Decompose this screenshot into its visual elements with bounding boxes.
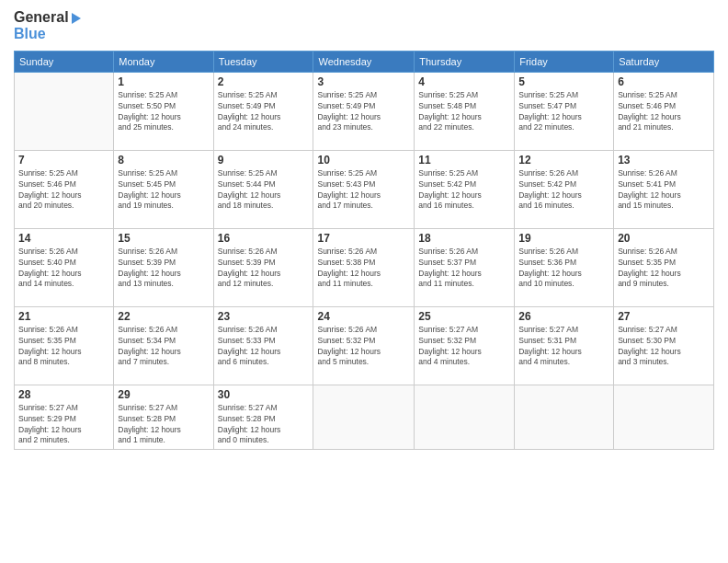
day-info: Sunrise: 5:27 AM Sunset: 5:28 PM Dayligh… (218, 403, 310, 447)
calendar-week-5: 28Sunrise: 5:27 AM Sunset: 5:29 PM Dayli… (15, 385, 714, 450)
day-number: 29 (118, 388, 209, 401)
day-info: Sunrise: 5:25 AM Sunset: 5:49 PM Dayligh… (317, 90, 410, 134)
day-number: 1 (118, 75, 209, 88)
day-number: 25 (418, 310, 510, 323)
day-number: 12 (518, 154, 609, 167)
calendar-cell: 16Sunrise: 5:26 AM Sunset: 5:39 PM Dayli… (213, 228, 313, 306)
day-info: Sunrise: 5:26 AM Sunset: 5:33 PM Dayligh… (218, 325, 310, 369)
logo-text: General Blue (14, 9, 81, 43)
day-number: 11 (418, 154, 510, 167)
calendar-cell (415, 385, 515, 450)
day-number: 14 (18, 232, 109, 245)
day-number: 9 (218, 154, 310, 167)
calendar-cell: 10Sunrise: 5:25 AM Sunset: 5:43 PM Dayli… (313, 150, 415, 228)
calendar-cell: 12Sunrise: 5:26 AM Sunset: 5:42 PM Dayli… (515, 150, 614, 228)
calendar-cell: 30Sunrise: 5:27 AM Sunset: 5:28 PM Dayli… (213, 385, 313, 450)
page: General Blue SundayMondayTuesdayWednesda… (0, 0, 728, 563)
day-number: 23 (218, 310, 310, 323)
calendar-cell: 27Sunrise: 5:27 AM Sunset: 5:30 PM Dayli… (614, 306, 714, 385)
calendar-cell: 9Sunrise: 5:25 AM Sunset: 5:44 PM Daylig… (213, 150, 313, 228)
calendar-header-row: SundayMondayTuesdayWednesdayThursdayFrid… (15, 51, 714, 72)
day-number: 26 (518, 310, 609, 323)
day-number: 15 (118, 232, 209, 245)
calendar-cell: 2Sunrise: 5:25 AM Sunset: 5:49 PM Daylig… (213, 72, 313, 150)
calendar-cell (614, 385, 714, 450)
day-number: 27 (618, 310, 710, 323)
calendar-header-thursday: Thursday (415, 51, 515, 72)
calendar-cell: 28Sunrise: 5:27 AM Sunset: 5:29 PM Dayli… (15, 385, 114, 450)
calendar-cell: 19Sunrise: 5:26 AM Sunset: 5:36 PM Dayli… (515, 228, 614, 306)
calendar-cell (515, 385, 614, 450)
day-info: Sunrise: 5:27 AM Sunset: 5:30 PM Dayligh… (618, 325, 710, 369)
calendar-cell: 6Sunrise: 5:25 AM Sunset: 5:46 PM Daylig… (614, 72, 714, 150)
logo-blue: Blue (14, 26, 81, 42)
day-info: Sunrise: 5:26 AM Sunset: 5:38 PM Dayligh… (317, 247, 410, 291)
day-number: 6 (618, 75, 710, 88)
day-info: Sunrise: 5:26 AM Sunset: 5:39 PM Dayligh… (218, 247, 310, 291)
logo: General Blue (14, 9, 81, 43)
day-number: 13 (618, 154, 710, 167)
day-number: 18 (418, 232, 510, 245)
calendar-cell: 29Sunrise: 5:27 AM Sunset: 5:28 PM Dayli… (114, 385, 213, 450)
calendar-cell: 14Sunrise: 5:26 AM Sunset: 5:40 PM Dayli… (15, 228, 114, 306)
calendar-week-2: 7Sunrise: 5:25 AM Sunset: 5:46 PM Daylig… (15, 150, 714, 228)
calendar-cell: 1Sunrise: 5:25 AM Sunset: 5:50 PM Daylig… (114, 72, 213, 150)
day-info: Sunrise: 5:25 AM Sunset: 5:46 PM Dayligh… (18, 168, 109, 213)
day-info: Sunrise: 5:25 AM Sunset: 5:50 PM Dayligh… (118, 90, 209, 134)
calendar-cell: 17Sunrise: 5:26 AM Sunset: 5:38 PM Dayli… (313, 228, 415, 306)
calendar-table: SundayMondayTuesdayWednesdayThursdayFrid… (14, 51, 714, 451)
day-info: Sunrise: 5:25 AM Sunset: 5:46 PM Dayligh… (618, 90, 710, 134)
day-info: Sunrise: 5:25 AM Sunset: 5:45 PM Dayligh… (118, 168, 209, 213)
calendar-cell: 23Sunrise: 5:26 AM Sunset: 5:33 PM Dayli… (213, 306, 313, 385)
day-info: Sunrise: 5:26 AM Sunset: 5:35 PM Dayligh… (618, 247, 710, 291)
calendar-week-1: 1Sunrise: 5:25 AM Sunset: 5:50 PM Daylig… (15, 72, 714, 150)
day-info: Sunrise: 5:26 AM Sunset: 5:42 PM Dayligh… (518, 168, 609, 213)
calendar-cell: 8Sunrise: 5:25 AM Sunset: 5:45 PM Daylig… (114, 150, 213, 228)
day-info: Sunrise: 5:26 AM Sunset: 5:41 PM Dayligh… (618, 168, 710, 213)
day-info: Sunrise: 5:26 AM Sunset: 5:40 PM Dayligh… (18, 247, 109, 291)
header: General Blue (14, 9, 714, 43)
calendar-cell (15, 72, 114, 150)
day-info: Sunrise: 5:26 AM Sunset: 5:34 PM Dayligh… (118, 325, 209, 369)
day-number: 30 (218, 388, 310, 401)
day-info: Sunrise: 5:27 AM Sunset: 5:32 PM Dayligh… (418, 325, 510, 369)
day-info: Sunrise: 5:26 AM Sunset: 5:35 PM Dayligh… (18, 325, 109, 369)
day-info: Sunrise: 5:25 AM Sunset: 5:43 PM Dayligh… (317, 168, 410, 213)
calendar-cell: 4Sunrise: 5:25 AM Sunset: 5:48 PM Daylig… (415, 72, 515, 150)
calendar-cell: 11Sunrise: 5:25 AM Sunset: 5:42 PM Dayli… (415, 150, 515, 228)
calendar-cell: 20Sunrise: 5:26 AM Sunset: 5:35 PM Dayli… (614, 228, 714, 306)
day-info: Sunrise: 5:25 AM Sunset: 5:47 PM Dayligh… (518, 90, 609, 134)
day-number: 8 (118, 154, 209, 167)
day-number: 2 (218, 75, 310, 88)
day-info: Sunrise: 5:25 AM Sunset: 5:42 PM Dayligh… (418, 168, 510, 213)
calendar-header-wednesday: Wednesday (313, 51, 415, 72)
calendar-cell: 5Sunrise: 5:25 AM Sunset: 5:47 PM Daylig… (515, 72, 614, 150)
day-info: Sunrise: 5:25 AM Sunset: 5:48 PM Dayligh… (418, 90, 510, 134)
day-number: 7 (18, 154, 109, 167)
calendar-week-3: 14Sunrise: 5:26 AM Sunset: 5:40 PM Dayli… (15, 228, 714, 306)
day-info: Sunrise: 5:26 AM Sunset: 5:39 PM Dayligh… (118, 247, 209, 291)
calendar-cell: 18Sunrise: 5:26 AM Sunset: 5:37 PM Dayli… (415, 228, 515, 306)
day-number: 19 (518, 232, 609, 245)
calendar-cell (313, 385, 415, 450)
calendar-header-saturday: Saturday (614, 51, 714, 72)
calendar-cell: 13Sunrise: 5:26 AM Sunset: 5:41 PM Dayli… (614, 150, 714, 228)
day-info: Sunrise: 5:27 AM Sunset: 5:28 PM Dayligh… (118, 403, 209, 447)
calendar-cell: 26Sunrise: 5:27 AM Sunset: 5:31 PM Dayli… (515, 306, 614, 385)
calendar-cell: 24Sunrise: 5:26 AM Sunset: 5:32 PM Dayli… (313, 306, 415, 385)
day-number: 10 (317, 154, 410, 167)
calendar-header-sunday: Sunday (15, 51, 114, 72)
calendar-cell: 25Sunrise: 5:27 AM Sunset: 5:32 PM Dayli… (415, 306, 515, 385)
calendar-cell: 3Sunrise: 5:25 AM Sunset: 5:49 PM Daylig… (313, 72, 415, 150)
day-info: Sunrise: 5:26 AM Sunset: 5:36 PM Dayligh… (518, 247, 609, 291)
day-info: Sunrise: 5:27 AM Sunset: 5:29 PM Dayligh… (18, 403, 109, 447)
calendar-header-tuesday: Tuesday (213, 51, 313, 72)
day-number: 20 (618, 232, 710, 245)
day-info: Sunrise: 5:26 AM Sunset: 5:32 PM Dayligh… (317, 325, 410, 369)
calendar-week-4: 21Sunrise: 5:26 AM Sunset: 5:35 PM Dayli… (15, 306, 714, 385)
day-number: 5 (518, 75, 609, 88)
calendar-cell: 22Sunrise: 5:26 AM Sunset: 5:34 PM Dayli… (114, 306, 213, 385)
day-number: 24 (317, 310, 410, 323)
day-number: 17 (317, 232, 410, 245)
day-number: 4 (418, 75, 510, 88)
